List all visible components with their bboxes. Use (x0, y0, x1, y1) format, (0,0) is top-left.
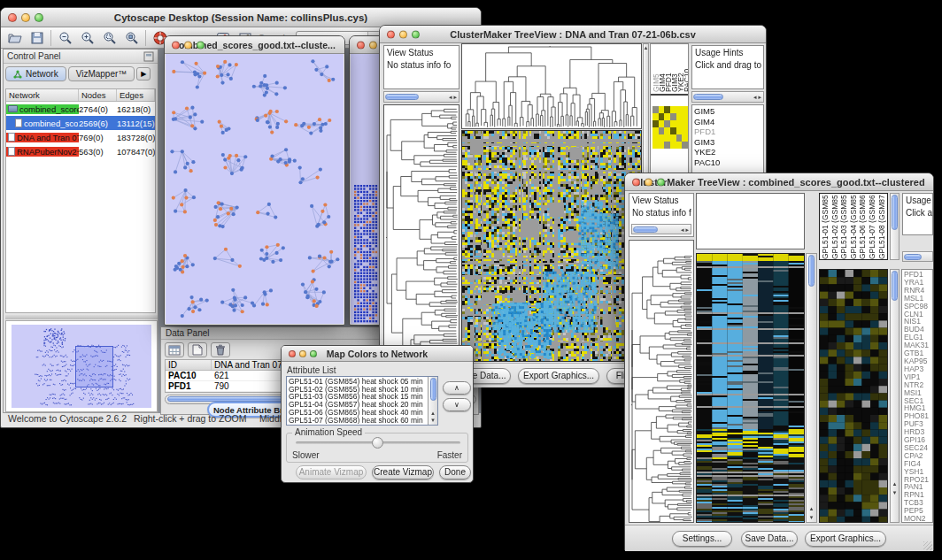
maximize-button[interactable] (657, 178, 665, 186)
move-down-button[interactable]: ∨ (443, 398, 471, 411)
maximize-button[interactable] (35, 13, 43, 22)
new-attribute-icon[interactable] (188, 342, 207, 357)
tv2-gene-label[interactable]: YSH1 (904, 468, 930, 476)
tv2-column-label[interactable]: GPL51-03 (GSM856) (840, 195, 850, 259)
attribute-select-icon[interactable] (165, 342, 184, 357)
attribute-item[interactable]: GPL51-06 (GSM865) heat shock 40 min (289, 409, 436, 417)
tv2-gene-label[interactable]: SPC98 (904, 303, 930, 311)
scroll-up-arrow[interactable]: ▴ (429, 410, 437, 416)
tv1-col-dendrogram[interactable] (462, 44, 641, 128)
tv2-right-hscrollbar[interactable] (902, 251, 933, 262)
tv1-row-label[interactable]: YKE2 (694, 147, 761, 157)
scroll-right-arrow[interactable]: ▸ (452, 94, 459, 100)
tv1-right-hscroll-thumb[interactable] (693, 94, 723, 101)
minimize-button[interactable] (369, 41, 377, 49)
network-name-cell[interactable]: DNA and Tran 07 (6, 133, 79, 142)
dialog-title-bar[interactable]: Map Colors to Network (282, 346, 473, 362)
tv1-left-hscroll-thumb[interactable] (385, 94, 419, 101)
tv1-row-dendrogram[interactable] (384, 105, 459, 361)
treeview2-title-bar[interactable]: ClusterMaker TreeView : combined_scores_… (625, 173, 933, 191)
animate-vizmap-button[interactable]: Animate Vizmap (296, 465, 367, 479)
tv1-heatmap[interactable] (462, 131, 641, 361)
network-row[interactable]: combined_sco 2569(6) 13112(15) (6, 116, 155, 130)
float-panel-icon[interactable] (143, 51, 154, 62)
tv2-gene-label[interactable]: BUD4 (904, 326, 930, 334)
maximize-button[interactable] (412, 30, 420, 38)
resize-grip[interactable] (923, 541, 932, 550)
attribute-item[interactable]: GPL51-04 (GSM857) heat shock 20 min (289, 401, 436, 409)
tv1-column-label[interactable]: PFD1 (665, 46, 671, 92)
tab-overflow-button[interactable]: ▶ (136, 67, 151, 81)
col-header-id[interactable]: ID (166, 360, 212, 370)
attribute-item[interactable]: GPL51-01 (GSM854) heat shock 05 min (289, 378, 436, 386)
tv2-collabel-vscrollbar[interactable] (890, 193, 900, 260)
tv1-matrix-thumbnail[interactable] (652, 106, 688, 149)
tab-network[interactable]: Network (5, 66, 66, 81)
zoom-out-icon[interactable] (57, 29, 73, 46)
tv2-collabel-vscroll-thumb[interactable] (892, 195, 897, 230)
tv2-heatmap-vscroll-thumb[interactable] (808, 255, 815, 287)
tv2-gene-label[interactable]: CPA2 (904, 452, 930, 460)
tv1-row-label[interactable]: GIM4 (694, 117, 761, 127)
tv2-gene-label[interactable]: GPI16 (904, 436, 930, 444)
zoom-fit-icon[interactable] (101, 29, 118, 46)
minimize-button[interactable] (299, 350, 306, 357)
col-header-edges[interactable]: Edges (117, 89, 155, 101)
network-row[interactable]: RNAPuberNov2+ 563(0) 107847(0) (6, 144, 155, 158)
treeview1-title-bar[interactable]: ClusterMaker TreeView : DNA and Tran 07-… (380, 26, 766, 43)
minimize-button[interactable] (21, 13, 30, 22)
zoom-in-icon[interactable] (79, 29, 96, 46)
tv2-gene-label[interactable]: MAK31 (904, 341, 930, 349)
tv2-status-hscroll-thumb[interactable] (633, 226, 658, 233)
scroll-right-arrow[interactable]: ▸ (683, 226, 691, 233)
tv2-column-label[interactable]: GPL51-01 (GSM854) (822, 195, 831, 259)
tv1-row-label[interactable]: GIM5 (694, 106, 761, 117)
tv2-gene-label[interactable]: PFD1 (904, 271, 930, 279)
tv2-gene-label[interactable]: FIG4 (904, 460, 930, 468)
move-up-button[interactable]: ∧ (443, 381, 471, 395)
attribute-item[interactable]: GPL51-03 (GSM856) heat shock 15 min (289, 393, 436, 401)
attribute-list-vscroll-thumb[interactable] (430, 378, 436, 401)
tv2-gene-label[interactable]: HAP3 (904, 365, 930, 373)
tv2-gene-label[interactable]: NTR2 (904, 381, 930, 389)
open-file-icon[interactable] (6, 29, 23, 46)
network1-canvas[interactable] (166, 54, 344, 324)
network-name-cell[interactable]: RNAPuberNov2+ (6, 147, 79, 157)
tv2-column-label[interactable]: GPL51-06 (GSM865) (859, 195, 869, 259)
minimize-button[interactable] (184, 41, 192, 49)
animation-speed-thumb[interactable] (372, 437, 383, 449)
minimize-button[interactable] (399, 30, 407, 38)
col-header-network[interactable]: Network (6, 89, 79, 101)
tv2-save-data-button[interactable]: Save Data... (741, 531, 798, 547)
tv1-column-label[interactable]: GIM3 (671, 46, 677, 92)
tv2-zoom-heatmap[interactable] (820, 270, 887, 522)
tv1-row-label[interactable]: PFD1 (694, 127, 761, 137)
tv2-zoom-vscroll-thumb[interactable] (892, 271, 897, 301)
scroll-up-arrow[interactable]: ▴ (644, 44, 648, 50)
tv2-column-label[interactable]: GPL51-02 (GSM855) (831, 195, 841, 259)
tv2-heatmap-vscrollbar[interactable]: ▴ ▾ (806, 253, 817, 523)
minimize-button[interactable] (645, 178, 652, 186)
maximize-button[interactable] (197, 41, 205, 49)
tv2-row-dendrogram[interactable] (629, 253, 693, 523)
tv2-gene-label[interactable]: HMG1 (904, 404, 930, 412)
close-button[interactable] (172, 41, 180, 49)
scroll-right-arrow[interactable]: ▸ (756, 94, 763, 100)
tv2-column-label[interactable]: GPL51-04 (GSM857) (850, 195, 860, 259)
network1-title-bar[interactable]: combined_scores_good.txt--cluste... (165, 36, 344, 54)
tv1-column-label[interactable]: GIM4 (659, 46, 665, 92)
tv2-gene-label[interactable]: PUF3 (904, 420, 930, 428)
tv1-row-label[interactable]: GIM3 (694, 137, 761, 148)
close-button[interactable] (387, 30, 395, 38)
tv2-gene-label[interactable]: NIS1 (904, 318, 930, 326)
save-icon[interactable] (28, 29, 45, 46)
tv1-left-hscrollbar[interactable]: ◂ ▸ (383, 91, 459, 103)
close-button[interactable] (289, 350, 296, 357)
tv2-gene-label[interactable]: TCB3 (904, 499, 930, 507)
zoom-selected-icon[interactable] (123, 29, 140, 46)
close-button[interactable] (632, 178, 640, 186)
tv1-column-label[interactable]: YKE2 (677, 46, 683, 92)
tv2-gene-label[interactable]: SEC24 (904, 444, 930, 452)
close-button[interactable] (8, 13, 17, 22)
tv1-column-label[interactable]: PAC10 (683, 46, 689, 92)
